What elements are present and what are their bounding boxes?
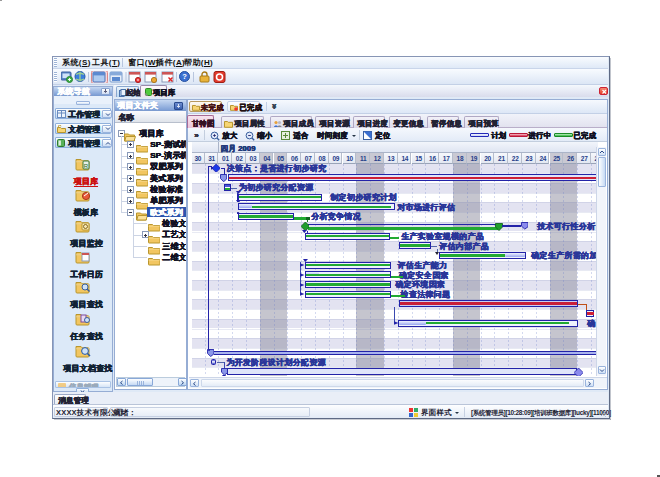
svg-text:R: R <box>84 163 89 169</box>
svg-text:?: ? <box>182 72 187 81</box>
